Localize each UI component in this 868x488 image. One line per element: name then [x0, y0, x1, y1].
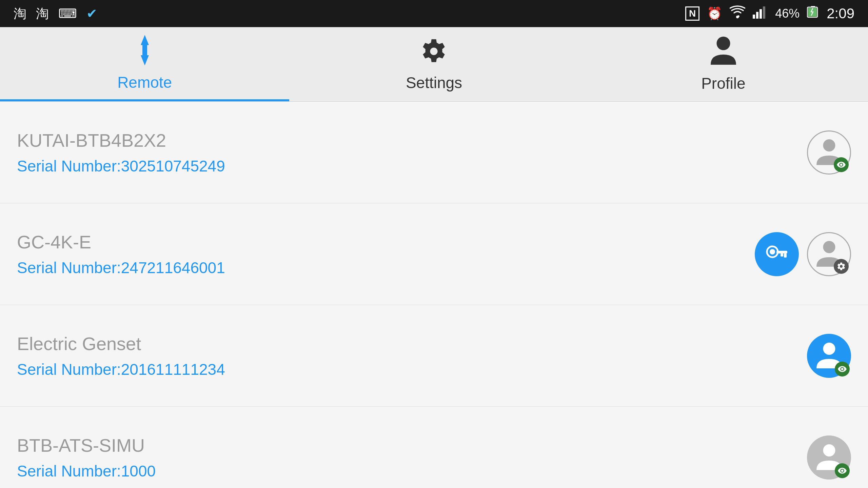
device-item-2[interactable]: GC-4K-E Serial Number:247211646001	[0, 203, 868, 305]
device-avatar-btn-1[interactable]	[807, 130, 851, 175]
tab-profile[interactable]: Profile	[579, 27, 868, 101]
svg-point-17	[716, 37, 730, 50]
eye-badge-4	[835, 463, 850, 478]
taobao-icon-1: 淘	[14, 7, 26, 20]
usb-icon: ⌨	[58, 7, 77, 20]
svg-point-25	[823, 343, 835, 355]
clock-time: 2:09	[827, 5, 854, 22]
device-serial-3: Serial Number:201611111234	[17, 360, 807, 379]
signal-icon	[753, 6, 768, 22]
svg-point-16	[430, 47, 438, 55]
svg-point-20	[770, 249, 775, 255]
device-serial-1: Serial Number:302510745249	[17, 157, 807, 175]
svg-marker-11	[141, 35, 149, 45]
device-list: KUTAI-BTB4B2X2 Serial Number:30251074524…	[0, 102, 868, 488]
device-item-1[interactable]: KUTAI-BTB4B2X2 Serial Number:30251074524…	[0, 102, 868, 203]
tab-bar: Remote Settings Profile	[0, 27, 868, 102]
device-name-3: Electric Genset	[17, 333, 807, 354]
eye-badge-3	[835, 362, 850, 377]
device-key-btn-2[interactable]	[755, 232, 799, 276]
settings-gear-icon	[419, 37, 448, 70]
device-serial-4: Serial Number:1000	[17, 462, 807, 480]
svg-rect-22	[784, 253, 787, 258]
device-actions-1	[807, 130, 851, 175]
device-actions-3	[807, 334, 851, 378]
tab-remote-label: Remote	[117, 73, 172, 92]
tab-profile-label: Profile	[701, 74, 745, 93]
eye-badge-1	[834, 157, 849, 172]
check-icon: ✔	[86, 7, 97, 20]
device-name-4: BTB-ATS-SIMU	[17, 435, 807, 456]
device-actions-4	[807, 435, 851, 480]
status-bar-right: N ⏰ 46%	[685, 5, 854, 22]
nfc-icon: N	[685, 6, 699, 21]
status-bar: 淘 淘 ⌨ ✔ N ⏰ 46%	[0, 0, 868, 27]
svg-rect-1	[753, 15, 755, 19]
status-bar-left: 淘 淘 ⌨ ✔	[14, 7, 97, 20]
device-avatar-gear-btn-2[interactable]	[807, 232, 851, 276]
tab-settings-label: Settings	[406, 74, 462, 92]
svg-rect-23	[781, 253, 783, 257]
svg-rect-4	[763, 6, 765, 19]
svg-point-24	[823, 241, 835, 253]
svg-point-26	[823, 444, 835, 456]
device-info-3: Electric Genset Serial Number:2016111112…	[17, 333, 807, 379]
gear-badge-2	[834, 259, 849, 274]
svg-rect-14	[142, 45, 147, 56]
svg-rect-2	[756, 12, 758, 19]
svg-point-18	[823, 139, 835, 151]
tab-settings[interactable]: Settings	[289, 27, 578, 101]
device-name-1: KUTAI-BTB4B2X2	[17, 130, 807, 151]
battery-icon	[807, 6, 819, 22]
taobao-icon-2: 淘	[36, 7, 49, 20]
device-info-4: BTB-ATS-SIMU Serial Number:1000	[17, 435, 807, 480]
battery-percent: 46%	[775, 6, 800, 21]
device-info-1: KUTAI-BTB4B2X2 Serial Number:30251074524…	[17, 130, 807, 175]
device-info-2: GC-4K-E Serial Number:247211646001	[17, 231, 755, 277]
svg-rect-21	[776, 251, 787, 253]
alarm-icon: ⏰	[707, 6, 722, 21]
svg-rect-3	[760, 9, 762, 19]
device-serial-2: Serial Number:247211646001	[17, 259, 755, 277]
profile-person-icon	[711, 36, 736, 71]
device-name-2: GC-4K-E	[17, 231, 755, 252]
device-avatar-btn-3[interactable]	[807, 334, 851, 378]
svg-point-0	[736, 16, 739, 18]
device-actions-2	[755, 232, 851, 276]
wifi-icon	[730, 5, 745, 22]
remote-arrows-icon	[131, 35, 158, 70]
svg-marker-13	[141, 55, 149, 65]
device-item-4[interactable]: BTB-ATS-SIMU Serial Number:1000	[0, 407, 868, 488]
device-avatar-btn-4[interactable]	[807, 435, 851, 480]
tab-remote[interactable]: Remote	[0, 27, 289, 101]
svg-rect-6	[811, 6, 815, 7]
device-item-3[interactable]: Electric Genset Serial Number:2016111112…	[0, 305, 868, 407]
